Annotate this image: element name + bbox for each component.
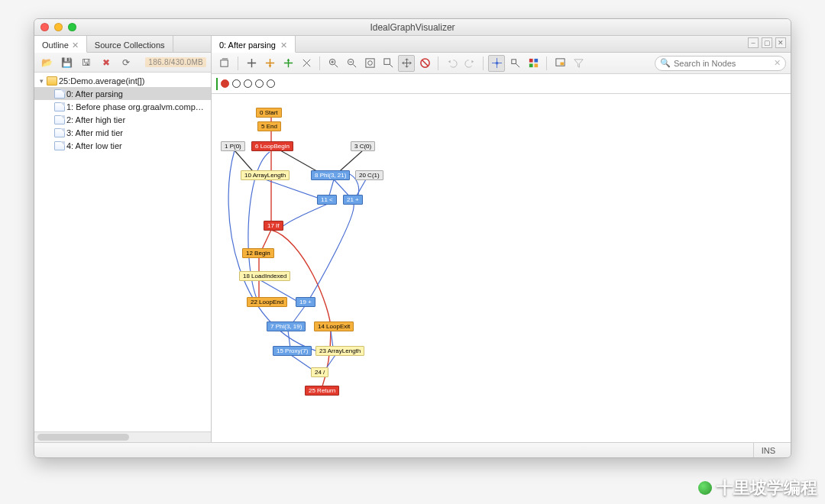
tree-item[interactable]: 4: After low tier [34,139,211,152]
graph-node[interactable]: 22 LoopEnd [247,297,287,307]
svg-rect-10 [534,59,538,63]
move-icon[interactable] [488,55,505,72]
zoom-in-icon[interactable] [325,55,341,72]
outline-toolbar: 📂 💾 🖫 ✖ ⟳ 186.8/430.0MB [34,53,211,73]
graph-node[interactable]: 18 LoadIndexed [239,271,290,281]
satellite-icon[interactable] [552,55,568,72]
graph-node[interactable]: 23 ArrayLength [315,346,364,356]
graph-node[interactable]: 10 ArrayLength [241,170,290,180]
undo-icon[interactable] [443,55,460,72]
editor-tab-label: 0: After parsing [219,40,276,50]
refresh-icon[interactable]: ⟳ [118,55,134,70]
phase-thumbnails[interactable] [212,74,791,94]
svg-rect-0 [220,60,227,66]
close-pane-icon[interactable]: ✕ [775,37,786,48]
phase-dot-icon[interactable] [255,79,264,88]
filter-icon[interactable] [570,55,587,72]
svg-rect-8 [511,60,516,64]
tab-label: Source Collections [95,40,165,50]
tree-item[interactable]: 2: After high tier [34,113,211,126]
editor-tab[interactable]: 0: After parsing ✕ [212,36,296,53]
zoom-select-icon[interactable] [380,55,396,72]
graph-node[interactable]: 24 / [311,367,328,377]
layout-icon[interactable] [525,55,542,72]
delete-icon[interactable]: ✖ [99,55,114,70]
left-tabs: Outline ✕ Source Collections [34,36,211,53]
phase-dot-icon[interactable] [244,79,252,88]
graph-node[interactable]: 5 End [257,121,281,131]
tab-outline[interactable]: Outline ✕ [34,36,87,53]
left-panel: Outline ✕ Source Collections 📂 💾 🖫 ✖ ⟳ 1… [34,36,212,442]
graph-node[interactable]: 21 + [343,195,363,205]
tree-root[interactable]: ▾ 25:Demo.average(int[]) [34,74,211,87]
tab-label: Outline [42,40,69,50]
content-area: Outline ✕ Source Collections 📂 💾 🖫 ✖ ⟳ 1… [34,36,791,442]
editor-window-controls: – ▢ ✕ [748,36,791,52]
folder-icon [47,76,57,86]
minimize-pane-icon[interactable]: – [748,37,759,48]
clear-search-icon[interactable]: ✕ [774,58,781,68]
save-all-icon[interactable]: 🖫 [79,55,94,70]
tree-item-label: 3: After mid tier [66,128,123,137]
pan-mode-icon[interactable] [398,55,415,72]
tree-item-label: 2: After high tier [66,115,125,124]
memory-indicator: 186.8/430.0MB [145,57,206,67]
search-box[interactable]: 🔍 ✕ [655,56,786,71]
zoom-out-icon[interactable] [343,55,360,72]
right-panel: 0: After parsing ✕ – ▢ ✕ [212,36,791,442]
graph-node[interactable]: 0 Start [256,108,282,118]
collapse-icon[interactable] [298,55,315,72]
graph-node[interactable]: 12 Begin [242,248,274,258]
svg-rect-3 [365,59,374,67]
graph-node[interactable]: 17 If [264,221,283,231]
open-icon[interactable]: 📂 [39,55,54,70]
expand-pred-icon[interactable] [280,55,296,72]
close-icon[interactable]: ✕ [280,40,287,50]
phase-dot-icon[interactable] [221,79,229,88]
graph-toolbar: 🔍 ✕ [212,53,791,74]
phase-dot-icon[interactable] [267,79,275,88]
search-input[interactable] [674,59,771,68]
stop-icon[interactable] [416,55,433,72]
phase-dot-icon[interactable] [232,79,241,88]
redo-icon[interactable] [461,55,478,72]
save-icon[interactable]: 💾 [59,55,74,70]
tree-item[interactable]: 1: Before phase org.graalvm.comp… [34,100,211,113]
graph-node[interactable]: 25 Return [305,386,339,396]
close-icon[interactable]: ✕ [72,40,79,50]
export-icon[interactable] [216,55,233,72]
graph-node[interactable]: 1 P(0) [221,141,245,151]
tree-item-label: 4: After low tier [66,141,122,150]
graph-node[interactable]: 11 < [317,195,337,205]
graph-node[interactable]: 19 + [296,297,315,307]
document-icon [54,102,65,111]
graph-node[interactable]: 6 LoopBegin [251,141,293,151]
watermark: 十里坡学编程 [698,477,817,499]
extract-icon[interactable] [506,55,523,72]
svg-rect-12 [534,63,538,67]
tree-root-label: 25:Demo.average(int[]) [59,76,145,86]
expand-icon[interactable] [243,55,260,72]
graph-node[interactable]: 20 C(1) [355,170,383,180]
graph-node[interactable]: 8 Phi(3, 21) [311,170,350,180]
svg-rect-11 [529,63,532,67]
zoom-fit-icon[interactable] [361,55,378,72]
tree-item-label: 0: After parsing [66,89,123,99]
horizontal-scrollbar[interactable] [34,431,211,442]
graph-node[interactable]: 15 Proxy(7) [273,346,312,356]
tree-item[interactable]: 3: After mid tier [34,126,211,139]
expand-icon[interactable]: ▾ [37,77,45,85]
graph-node[interactable]: 14 LoopExit [314,321,354,331]
restore-pane-icon[interactable]: ▢ [762,37,772,48]
status-bar: INS [34,442,791,457]
svg-rect-9 [529,59,532,63]
tab-source-collections[interactable]: Source Collections [87,36,173,52]
svg-point-7 [495,62,498,65]
graph-canvas[interactable]: 0 Start5 End1 P(0)6 LoopBegin3 C(0)10 Ar… [212,94,791,442]
tree-item[interactable]: 0: After parsing [34,87,211,100]
expand-succ-icon[interactable] [261,55,278,72]
graph-node[interactable]: 7 Phi(3, 19) [267,321,306,331]
graph-node[interactable]: 3 C(0) [351,141,375,151]
status-mode: INS [753,443,783,457]
document-icon [54,115,65,124]
